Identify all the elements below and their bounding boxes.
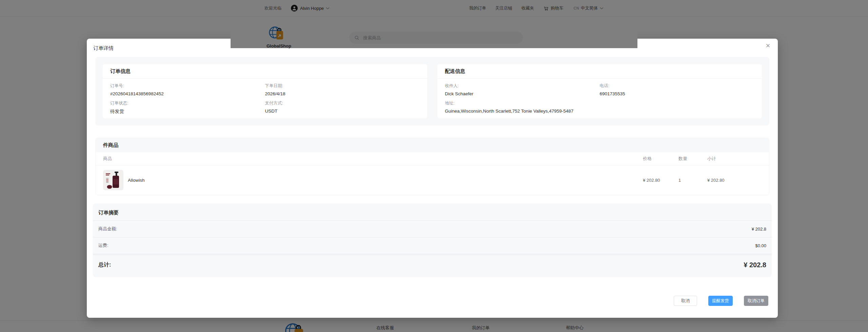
amount-value: ¥ 202.8: [752, 227, 766, 232]
order-status-value: 待发货: [110, 109, 265, 115]
items-table-header: 商品 价格 数量 小计: [96, 152, 769, 165]
address-value: Guinea,Wisconsin,North Scarlett,752 Toni…: [445, 109, 754, 114]
summary-total-row: 总计: ¥ 202.8: [93, 255, 772, 277]
payment-method-label: 支付方式:: [265, 100, 420, 106]
order-number-field: 订单号: #20260418143856982452: [110, 83, 265, 96]
item-subtotal: ¥ 202.80: [707, 178, 762, 183]
search-input[interactable]: [362, 35, 518, 41]
order-date-field: 下单日期: 2026/4/18: [265, 83, 420, 96]
payment-method-value: USDT: [265, 109, 420, 114]
col-product: 商品: [103, 156, 643, 162]
shipping-fee-label: 运费:: [98, 242, 108, 249]
shipping-fee-value: $0.00: [755, 243, 766, 248]
total-label: 总计:: [98, 261, 111, 269]
order-date-value: 2026/4/18: [265, 91, 420, 96]
order-number-value: #20260418143856982452: [110, 91, 265, 96]
payment-method-field: 支付方式: USDT: [265, 100, 420, 115]
modal-footer-buttons: 取消 提醒发货 取消订单: [674, 296, 768, 306]
order-status-field: 订单状态: 待发货: [110, 100, 265, 115]
phone-field: 电话: 6901735535: [600, 83, 755, 96]
phone-label: 电话:: [600, 83, 755, 89]
cancel-order-button[interactable]: 取消订单: [744, 296, 768, 306]
recipient-label: 收件人:: [445, 83, 600, 89]
order-detail-modal: 订单详情 × 订单信息 订单号: #20260418143856982452 下…: [87, 39, 778, 318]
info-cards-panel: 订单信息 订单号: #20260418143856982452 下单日期: 20…: [95, 57, 769, 125]
address-label: 地址:: [445, 100, 754, 106]
product-name: Allowish: [128, 178, 145, 183]
amount-label: 商品金额:: [98, 226, 117, 232]
order-status-label: 订单状态:: [110, 100, 265, 106]
summary-row-amount: 商品金额: ¥ 202.8: [93, 221, 772, 237]
item-price: ¥ 202.80: [643, 178, 678, 183]
col-price: 价格: [643, 156, 678, 162]
cancel-button[interactable]: 取消: [674, 296, 697, 306]
globe-bag-logo: [268, 25, 285, 42]
phone-value: 6901735535: [600, 91, 755, 96]
brand-name: GlobalShop: [267, 43, 291, 48]
order-date-label: 下单日期:: [265, 83, 420, 89]
address-field: 地址: Guinea,Wisconsin,North Scarlett,752 …: [445, 100, 754, 114]
col-subtotal: 小计: [707, 156, 762, 162]
order-number-label: 订单号:: [110, 83, 265, 89]
recipient-value: Dick Schaefer: [445, 91, 600, 96]
order-summary-panel: 订单摘要 商品金额: ¥ 202.8 运费: $0.00 总计: ¥ 202.8: [93, 203, 772, 277]
screen: 欢迎光临 Alvin Hoppe 我的订单 关注店铺 收藏夹: [0, 0, 868, 332]
items-section: 件商品 商品 价格 数量 小计: [95, 138, 769, 195]
remind-shipment-button[interactable]: 提醒发货: [708, 296, 733, 306]
summary-row-shipping: 运费: $0.00: [93, 237, 772, 254]
order-info-card: 订单信息 订单号: #20260418143856982452 下单日期: 20…: [103, 64, 427, 118]
header-center-band: GlobalShop: [231, 17, 637, 48]
total-value: ¥ 202.8: [744, 261, 766, 269]
product-image: [103, 170, 123, 190]
col-qty: 数量: [678, 156, 707, 162]
item-qty: 1: [678, 178, 707, 183]
modal-title: 订单详情: [93, 45, 114, 52]
order-info-title: 订单信息: [103, 64, 427, 79]
shipping-info-card: 配送信息 收件人: Dick Schaefer 电话: 6901735535 地…: [437, 64, 762, 118]
recipient-field: 收件人: Dick Schaefer: [445, 83, 600, 96]
table-row: Allowish ¥ 202.80 1 ¥ 202.80: [96, 165, 769, 195]
close-icon[interactable]: ×: [763, 41, 773, 51]
shipping-info-title: 配送信息: [437, 64, 762, 79]
search-icon: [354, 35, 359, 40]
items-section-title: 件商品: [96, 138, 769, 152]
search-bar[interactable]: [349, 32, 523, 44]
summary-title: 订单摘要: [93, 203, 772, 221]
